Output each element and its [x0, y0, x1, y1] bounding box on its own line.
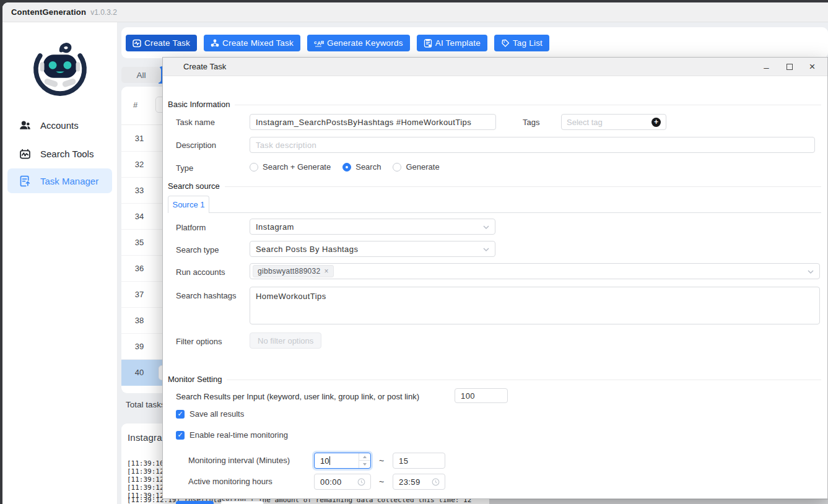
monitoring-interval-label: Monitoring interval (Minutes)	[188, 456, 290, 465]
task-name-label: Task name	[176, 118, 215, 127]
number-stepper[interactable]	[359, 453, 370, 468]
description-label: Description	[176, 141, 216, 150]
task-manager-icon	[18, 174, 32, 188]
search-type-label: Search type	[176, 245, 219, 254]
description-input[interactable]	[250, 137, 815, 153]
radio-dot	[342, 163, 351, 172]
platform-label: Platform	[176, 223, 206, 232]
log-line: [11:39:10	[127, 459, 164, 467]
sidebar-item-label: Task Manager	[40, 176, 98, 186]
radio-dot	[250, 163, 258, 172]
ai-template-icon	[424, 38, 432, 48]
radio-generate[interactable]: Generate	[393, 162, 439, 172]
log-lines: [11:39:10 [11:39:12 [11:39:12 [11:39:12 …	[127, 459, 164, 500]
search-hashtags-label: Search hashtags	[176, 291, 237, 300]
checkbox-checked-icon: ✓	[176, 410, 185, 419]
sidebar-item-accounts[interactable]: Accounts	[7, 113, 112, 137]
app-version: v1.0.3.2	[90, 8, 117, 17]
create-task-dialog: Create Task – × Basic Information Task n…	[162, 57, 828, 499]
tab-source-1[interactable]: Source 1	[168, 196, 209, 213]
type-label: Type	[176, 163, 193, 173]
total-tasks-label: Total tasks:	[126, 400, 168, 409]
cancel-button[interactable]: Cancel	[220, 501, 264, 504]
hours-to-input[interactable]: 23:59	[393, 474, 445, 490]
section-monitor-setting: Monitor Setting	[168, 375, 821, 384]
index-column-header: #	[133, 100, 137, 110]
app-title: ContentGeneration	[11, 7, 86, 17]
tab-all[interactable]: All	[121, 67, 161, 83]
section-basic-information: Basic Information	[168, 100, 821, 109]
sidebar-item-label: Search Tools	[40, 149, 94, 159]
horizontal-scrollbar[interactable]	[489, 499, 828, 504]
accounts-icon	[18, 118, 32, 132]
search-hashtags-textarea[interactable]: HomeWorkoutTips	[250, 287, 820, 324]
remove-account-icon[interactable]: ×	[325, 267, 329, 276]
active-hours-label: Active monitoring hours	[188, 477, 272, 486]
sidebar: Accounts Search Tools	[2, 22, 118, 504]
clock-icon	[357, 478, 365, 486]
tags-placeholder: Select tag	[567, 118, 652, 127]
minimize-icon[interactable]: –	[755, 58, 778, 76]
dialog-titlebar: Create Task – ×	[163, 58, 827, 76]
platform-select[interactable]: Instagram	[250, 219, 495, 235]
filter-options-button-disabled: No filter options	[250, 332, 321, 349]
interval-from-input[interactable]: 10	[314, 453, 371, 469]
log-line: [11:39:12	[127, 476, 164, 484]
section-search-source: Search source	[168, 181, 821, 191]
source-tabs-divider	[168, 212, 821, 213]
range-separator: ~	[379, 477, 384, 487]
radio-search-generate[interactable]: Search + Generate	[250, 162, 331, 172]
ai-template-button[interactable]: AI Template	[417, 35, 487, 51]
stepper-down-icon[interactable]	[359, 461, 370, 468]
stepper-up-icon[interactable]	[359, 453, 370, 461]
tag-list-button[interactable]: Tag List	[494, 35, 549, 51]
sidebar-item-search-tools[interactable]: Search Tools	[7, 141, 112, 166]
toolbar: Create Task Create Mixed Task ᴄ A	[121, 27, 828, 58]
search-type-select[interactable]: Search Posts By Hashtags	[250, 241, 495, 257]
save-all-results-checkbox[interactable]: ✓ Save all results	[176, 409, 244, 419]
tags-select[interactable]: Select tag +	[561, 114, 666, 130]
text-cursor	[329, 456, 330, 465]
tags-label: Tags	[523, 118, 539, 127]
results-per-input-field[interactable]	[455, 388, 508, 403]
results-per-input-label: Search Results per Input (keyword, user …	[176, 392, 419, 401]
app-logo-robot	[28, 35, 92, 98]
tag-list-icon	[501, 39, 510, 48]
app-titlebar: ContentGeneration v1.0.3.2	[2, 2, 828, 22]
close-icon[interactable]: ×	[801, 58, 824, 76]
hours-from-input[interactable]: 00:00	[314, 474, 371, 490]
log-line: [11:39:12	[127, 484, 164, 492]
chevron-down-icon	[482, 246, 490, 253]
type-radio-group: Search + Generate Search Generate	[250, 162, 440, 172]
generate-keywords-button[interactable]: ᴄ A B Generate Keywords	[307, 35, 410, 51]
svg-text:B: B	[321, 40, 324, 45]
create-mixed-task-button[interactable]: Create Mixed Task	[204, 35, 300, 51]
search-tools-icon	[18, 147, 32, 160]
sidebar-item-task-manager[interactable]: Task Manager	[7, 168, 112, 193]
range-separator: ~	[379, 456, 384, 466]
maximize-icon[interactable]	[778, 58, 801, 76]
run-accounts-label: Run accounts	[176, 267, 225, 277]
create-task-button[interactable]: Create Task	[126, 35, 197, 51]
log-line: [11:39:12	[127, 467, 164, 476]
radio-dot	[393, 163, 401, 172]
account-chip: gibbswyatt889032 ×	[253, 265, 334, 277]
checkbox-checked-icon: ✓	[176, 431, 185, 440]
screen: ContentGeneration v1.0.3.2	[0, 0, 828, 504]
chevron-down-icon	[807, 269, 814, 275]
chevron-down-icon	[482, 224, 490, 230]
radio-search[interactable]: Search	[342, 162, 381, 172]
interval-to-input[interactable]	[393, 453, 445, 469]
clock-icon	[432, 478, 440, 486]
dialog-title: Create Task	[183, 62, 226, 71]
create-mixed-task-icon	[211, 39, 219, 48]
filter-options-label: Filter options	[176, 337, 222, 346]
sidebar-item-label: Accounts	[40, 120, 79, 131]
save-button[interactable]: Save	[176, 501, 214, 504]
add-tag-icon[interactable]: +	[652, 118, 661, 127]
realtime-monitoring-checkbox[interactable]: ✓ Enable real-time monitoring	[176, 430, 288, 440]
run-accounts-select[interactable]: gibbswyatt889032 ×	[250, 263, 820, 279]
create-task-icon	[133, 39, 141, 48]
task-name-input[interactable]	[250, 114, 496, 130]
generate-keywords-icon: ᴄ A B	[314, 39, 324, 48]
